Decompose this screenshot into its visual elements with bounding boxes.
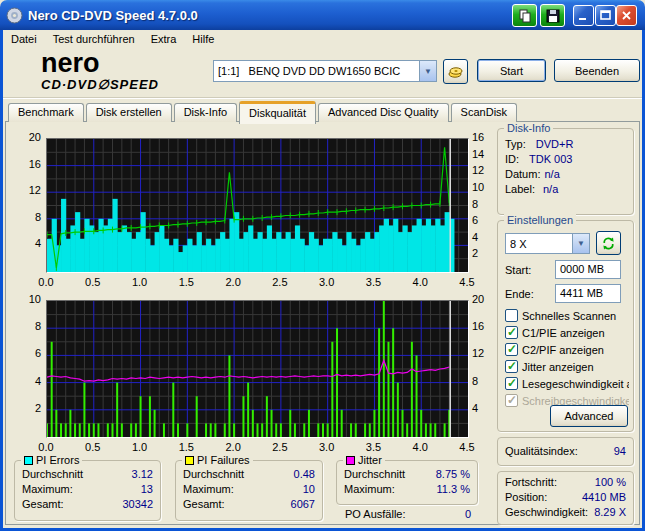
axis-tick-label: 8 xyxy=(8,211,41,223)
menu-test-durchfuehren[interactable]: Test durchführen xyxy=(45,31,143,47)
tab-advanced-disc-quality[interactable]: Advanced Disc Quality xyxy=(318,103,449,122)
save-button[interactable] xyxy=(540,4,565,27)
axis-tick-label: 4 xyxy=(8,375,41,387)
axis-tick-label: 2.5 xyxy=(265,276,295,288)
stat-row: Durchschnitt3.12 xyxy=(15,467,160,482)
axis-tick-label: 16 xyxy=(472,131,496,143)
axis-tick-label: 16 xyxy=(8,158,41,170)
advanced-button[interactable]: Advanced xyxy=(550,405,628,427)
axis-tick-label: 8 xyxy=(472,198,496,210)
axis-tick-label: 3.0 xyxy=(312,441,342,453)
window-title: Nero CD-DVD Speed 4.7.0.0 xyxy=(28,8,198,23)
menu-datei[interactable]: Datei xyxy=(3,31,45,47)
stat-row: Maximum:13 xyxy=(15,482,160,497)
axis-tick-label: 0.5 xyxy=(78,441,108,453)
pi-errors-chart: 201612841614121086420.00.51.01.52.02.53.… xyxy=(8,130,488,290)
window-border xyxy=(0,30,3,531)
axis-tick-label: 3.0 xyxy=(312,276,342,288)
tab-disk-info[interactable]: Disk-Info xyxy=(174,103,237,122)
checkbox-icon[interactable] xyxy=(505,309,518,322)
menu-bar: Datei Test durchführen Extra Hilfe xyxy=(3,30,642,48)
axis-tick-label: 0.0 xyxy=(31,441,61,453)
axis-tick-label: 14 xyxy=(472,148,496,160)
tab-scandisk[interactable]: ScanDisk xyxy=(451,103,517,122)
axis-tick-label: 10 xyxy=(472,181,496,193)
nero-logo-text: nero xyxy=(41,50,159,77)
minimize-button[interactable] xyxy=(573,5,594,26)
disc-button[interactable] xyxy=(443,59,468,84)
axis-tick-label: 6 xyxy=(8,347,41,359)
refresh-button[interactable] xyxy=(596,231,621,255)
tab-diskqualitaet[interactable]: Diskqualität xyxy=(239,101,316,124)
close-button[interactable] xyxy=(616,5,637,26)
settings-panel: Einstellungen 8 X ▼ Start: 0000 MB Ende:… xyxy=(497,220,634,432)
start-button[interactable]: Start xyxy=(477,59,546,82)
pi-errors-legend-icon xyxy=(24,456,33,465)
stat-row: Durchschnitt8.75 % xyxy=(337,467,477,482)
tab-benchmark[interactable]: Benchmark xyxy=(8,103,84,122)
checkbox-schnelles-scannen[interactable]: Schnelles Scannen xyxy=(505,308,629,323)
disk-date-row: Datum:n/a xyxy=(498,167,633,182)
checkbox-lesegeschwindigkeit[interactable]: Lesegeschwindigkeit a xyxy=(505,376,629,391)
progress-panel: Fortschritt:100 % Position:4410 MB Gesch… xyxy=(497,471,634,525)
checkbox-icon xyxy=(505,394,518,407)
cd-icon xyxy=(6,7,23,24)
chevron-down-icon[interactable]: ▼ xyxy=(572,234,589,253)
axis-tick-label: 12 xyxy=(472,164,496,176)
checkbox-jitter[interactable]: Jitter anzeigen xyxy=(505,359,629,374)
axis-tick-label: 12 xyxy=(472,347,496,359)
start-field[interactable]: 0000 MB xyxy=(555,260,621,279)
pi-failures-stats-panel: PI Failures Durchschnitt0.48 Maximum:10 … xyxy=(175,460,323,521)
axis-tick-label: 4.5 xyxy=(452,441,482,453)
axis-tick-label: 20 xyxy=(8,131,41,143)
quality-index-row: Qualitätsindex:94 xyxy=(498,444,633,459)
disk-id-row: ID:TDK 003 xyxy=(498,152,633,167)
axis-tick-label: 0.5 xyxy=(78,276,108,288)
jitter-legend-icon xyxy=(346,456,355,465)
checkbox-c1-pie[interactable]: C1/PIE anzeigen xyxy=(505,325,629,340)
end-field[interactable]: 4411 MB xyxy=(555,284,621,303)
axis-tick-label: 1.5 xyxy=(171,441,201,453)
quality-index-panel: Qualitätsindex:94 xyxy=(497,437,634,466)
stat-row: Maximum:11.3 % xyxy=(337,482,477,497)
tab-disk-erstellen[interactable]: Disk erstellen xyxy=(86,103,172,122)
axis-tick-label: 20 xyxy=(472,293,496,305)
axis-tick-label: 4 xyxy=(472,402,496,414)
stat-row: Gesamt:6067 xyxy=(176,497,322,512)
axis-tick-label: 10 xyxy=(8,293,41,305)
discs-icon xyxy=(447,63,464,80)
axis-tick-label: 4.0 xyxy=(405,441,435,453)
drive-select-value: [1:1] BENQ DVD DD DW1650 BCIC xyxy=(214,65,419,77)
speed-row: Geschwindigkeit:8.29 X xyxy=(498,505,633,520)
progress-row: Fortschritt:100 % xyxy=(498,475,633,490)
position-row: Position:4410 MB xyxy=(498,490,633,505)
chevron-down-icon[interactable]: ▼ xyxy=(419,61,436,81)
copy-button[interactable] xyxy=(512,4,537,27)
checkbox-c2-pif[interactable]: C2/PIF anzeigen xyxy=(505,342,629,357)
axis-tick-label: 6 xyxy=(472,214,496,226)
jitter-stats-panel: Jitter Durchschnitt8.75 % Maximum:11.3 % xyxy=(336,460,478,505)
axis-tick-label: 1.0 xyxy=(125,441,155,453)
checkbox-icon[interactable] xyxy=(505,377,518,390)
checkbox-icon[interactable] xyxy=(505,326,518,339)
axis-tick-label: 16 xyxy=(472,320,496,332)
axis-tick-label: 1.0 xyxy=(125,276,155,288)
checkbox-icon[interactable] xyxy=(505,360,518,373)
pi-failures-legend-icon xyxy=(185,456,194,465)
checkbox-icon[interactable] xyxy=(505,343,518,356)
pi-errors-stats-title: PI Errors xyxy=(36,454,79,466)
end-field-label: Ende: xyxy=(505,288,534,300)
quit-button[interactable]: Beenden xyxy=(554,59,640,82)
axis-tick-label: 2 xyxy=(472,247,496,259)
axis-tick-label: 4 xyxy=(8,237,41,249)
menu-hilfe[interactable]: Hilfe xyxy=(184,31,222,47)
axis-tick-label: 3.5 xyxy=(358,276,388,288)
menu-extra[interactable]: Extra xyxy=(143,31,185,47)
axis-tick-label: 8 xyxy=(472,375,496,387)
drive-select[interactable]: [1:1] BENQ DVD DD DW1650 BCIC ▼ xyxy=(213,60,437,82)
maximize-button[interactable] xyxy=(595,5,616,26)
axis-tick-label: 8 xyxy=(8,320,41,332)
speed-select[interactable]: 8 X ▼ xyxy=(505,233,590,254)
po-failures-row: PO Ausfälle:0 xyxy=(338,507,478,522)
stat-row: Durchschnitt0.48 xyxy=(176,467,322,482)
